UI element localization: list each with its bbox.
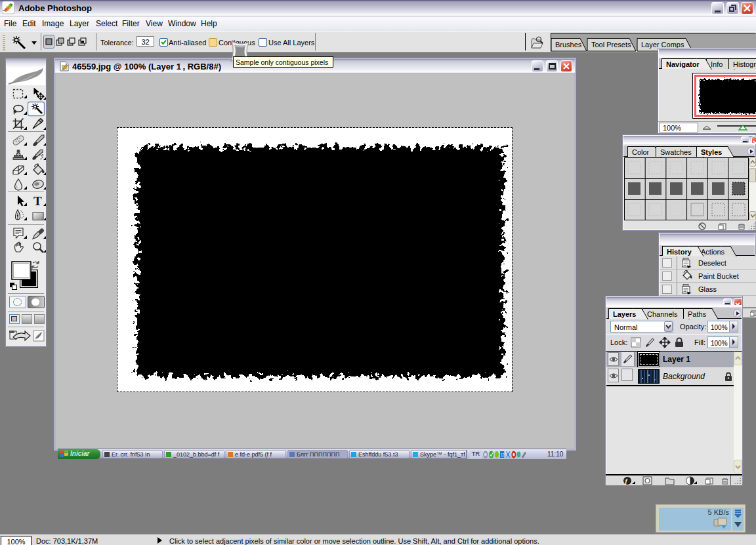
svg-text:Brushes: Brushes (555, 41, 582, 49)
svg-text:12: 12 (501, 452, 505, 457)
svg-text:Tool Presets: Tool Presets (591, 41, 631, 49)
svg-text:T: T (33, 194, 42, 208)
